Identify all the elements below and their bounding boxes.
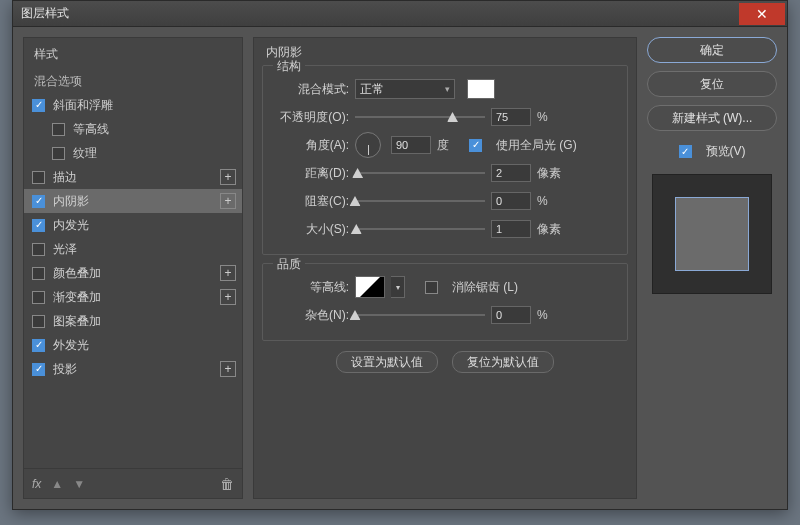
pixel-unit: 像素	[537, 221, 561, 238]
antialias-label: 消除锯齿 (L)	[452, 279, 518, 296]
effect-row[interactable]: 斜面和浮雕	[24, 93, 242, 117]
antialias-checkbox[interactable]	[425, 281, 438, 294]
effect-checkbox[interactable]	[32, 315, 45, 328]
effect-list: 斜面和浮雕等高线纹理描边+内阴影+内发光光泽颜色叠加+渐变叠加+图案叠加外发光投…	[24, 93, 242, 468]
noise-label: 杂色(N):	[271, 307, 349, 324]
reset-button[interactable]: 复位	[647, 71, 777, 97]
size-slider[interactable]	[355, 222, 485, 236]
size-label: 大小(S):	[271, 221, 349, 238]
effect-label: 光泽	[53, 241, 77, 258]
angle-input[interactable]	[391, 136, 431, 154]
effect-row[interactable]: 外发光	[24, 333, 242, 357]
structure-fieldset: 结构 混合模式: 正常 ▾ 不透明度(O): %	[262, 65, 628, 255]
add-effect-icon[interactable]: +	[220, 289, 236, 305]
trash-icon[interactable]: 🗑	[220, 476, 234, 492]
distance-slider[interactable]	[355, 166, 485, 180]
add-effect-icon[interactable]: +	[220, 169, 236, 185]
add-effect-icon[interactable]: +	[220, 265, 236, 281]
angle-row: 角度(A): 度 使用全局光 (G)	[271, 132, 617, 158]
preview-label: 预览(V)	[706, 143, 746, 160]
effect-checkbox[interactable]	[32, 291, 45, 304]
blend-mode-label: 混合模式:	[271, 81, 349, 98]
effect-label: 外发光	[53, 337, 89, 354]
effect-label: 颜色叠加	[53, 265, 101, 282]
size-input[interactable]	[491, 220, 531, 238]
distance-input[interactable]	[491, 164, 531, 182]
effect-label: 描边	[53, 169, 77, 186]
preview-toggle[interactable]: 预览(V)	[647, 143, 777, 160]
preview-checkbox[interactable]	[679, 145, 692, 158]
default-buttons-row: 设置为默认值 复位为默认值	[262, 349, 628, 375]
effect-row[interactable]: 纹理	[24, 141, 242, 165]
styles-sidebar: 样式 混合选项 斜面和浮雕等高线纹理描边+内阴影+内发光光泽颜色叠加+渐变叠加+…	[23, 37, 243, 499]
effect-label: 图案叠加	[53, 313, 101, 330]
opacity-input[interactable]	[491, 108, 531, 126]
effect-checkbox[interactable]	[32, 195, 45, 208]
effect-row[interactable]: 描边+	[24, 165, 242, 189]
titlebar[interactable]: 图层样式 ✕	[13, 1, 787, 27]
effect-row[interactable]: 内阴影+	[24, 189, 242, 213]
reset-default-button[interactable]: 复位为默认值	[452, 351, 554, 373]
effect-checkbox[interactable]	[32, 363, 45, 376]
effect-checkbox[interactable]	[32, 171, 45, 184]
opacity-slider[interactable]	[355, 110, 485, 124]
opacity-label: 不透明度(O):	[271, 109, 349, 126]
close-button[interactable]: ✕	[739, 3, 785, 25]
angle-label: 角度(A):	[271, 137, 349, 154]
styles-header: 样式	[24, 38, 242, 69]
effect-row[interactable]: 渐变叠加+	[24, 285, 242, 309]
noise-input[interactable]	[491, 306, 531, 324]
blend-mode-select[interactable]: 正常 ▾	[355, 79, 455, 99]
add-effect-icon[interactable]: +	[220, 193, 236, 209]
effect-checkbox[interactable]	[32, 219, 45, 232]
effect-label: 斜面和浮雕	[53, 97, 113, 114]
distance-row: 距离(D): 像素	[271, 160, 617, 186]
blending-options-row[interactable]: 混合选项	[24, 69, 242, 93]
noise-slider[interactable]	[355, 308, 485, 322]
use-global-light-checkbox[interactable]	[469, 139, 482, 152]
effect-row[interactable]: 内发光	[24, 213, 242, 237]
make-default-button[interactable]: 设置为默认值	[336, 351, 438, 373]
effect-row[interactable]: 颜色叠加+	[24, 261, 242, 285]
size-row: 大小(S): 像素	[271, 216, 617, 242]
ok-button[interactable]: 确定	[647, 37, 777, 63]
sidebar-footer: fx ▲ ▼ 🗑	[24, 468, 242, 498]
effect-checkbox[interactable]	[52, 147, 65, 160]
panel-title: 内阴影	[262, 42, 628, 65]
choke-input[interactable]	[491, 192, 531, 210]
effect-label: 内阴影	[53, 193, 89, 210]
blending-options-label: 混合选项	[34, 73, 82, 90]
action-column: 确定 复位 新建样式 (W)... 预览(V)	[647, 37, 777, 499]
add-effect-icon[interactable]: +	[220, 361, 236, 377]
color-swatch[interactable]	[467, 79, 495, 99]
effect-checkbox[interactable]	[52, 123, 65, 136]
effect-checkbox[interactable]	[32, 339, 45, 352]
opacity-row: 不透明度(O): %	[271, 104, 617, 130]
effect-row[interactable]: 等高线	[24, 117, 242, 141]
contour-picker[interactable]	[355, 276, 385, 298]
effect-row[interactable]: 光泽	[24, 237, 242, 261]
move-up-icon[interactable]: ▲	[51, 477, 63, 491]
percent-unit: %	[537, 110, 548, 124]
degree-unit: 度	[437, 137, 449, 154]
blend-mode-row: 混合模式: 正常 ▾	[271, 76, 617, 102]
preview-box	[652, 174, 772, 294]
effect-row[interactable]: 投影+	[24, 357, 242, 381]
quality-legend: 品质	[273, 256, 305, 273]
dialog-body: 样式 混合选项 斜面和浮雕等高线纹理描边+内阴影+内发光光泽颜色叠加+渐变叠加+…	[13, 27, 787, 509]
effect-row[interactable]: 图案叠加	[24, 309, 242, 333]
effect-checkbox[interactable]	[32, 267, 45, 280]
effect-label: 纹理	[73, 145, 97, 162]
chevron-down-icon: ▾	[445, 84, 450, 94]
effect-label: 内发光	[53, 217, 89, 234]
move-down-icon[interactable]: ▼	[73, 477, 85, 491]
window-title: 图层样式	[21, 5, 69, 22]
effect-checkbox[interactable]	[32, 99, 45, 112]
contour-dropdown-icon[interactable]: ▾	[391, 276, 405, 298]
angle-dial[interactable]	[355, 132, 381, 158]
fx-icon[interactable]: fx	[32, 477, 41, 491]
effect-checkbox[interactable]	[32, 243, 45, 256]
choke-slider[interactable]	[355, 194, 485, 208]
percent-unit: %	[537, 308, 548, 322]
new-style-button[interactable]: 新建样式 (W)...	[647, 105, 777, 131]
